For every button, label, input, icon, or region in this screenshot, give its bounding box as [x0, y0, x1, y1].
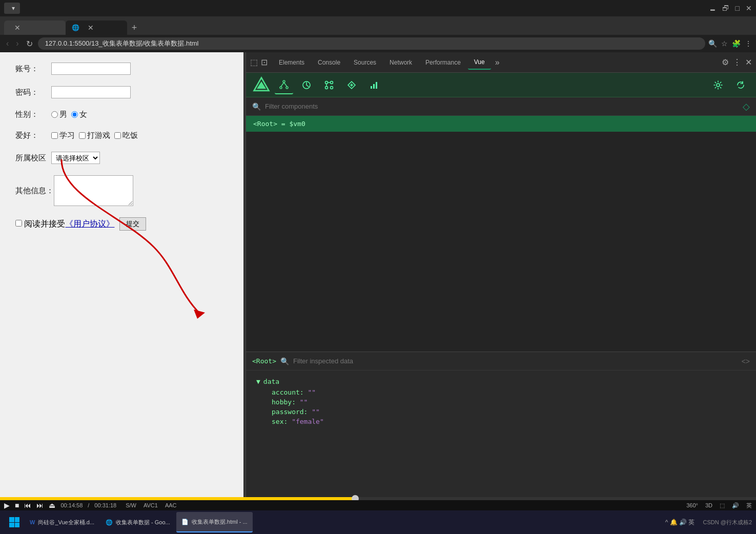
play-button[interactable]: ▶	[4, 501, 10, 509]
eject-button[interactable]: ⏏	[49, 501, 55, 509]
radio-male[interactable]	[51, 111, 58, 118]
stop-button[interactable]: ■	[15, 501, 19, 509]
account-input[interactable]	[51, 63, 131, 75]
agree-label[interactable]: 阅读并接受《用户协议》	[15, 219, 114, 230]
next-button[interactable]: ⏭	[36, 501, 44, 509]
main-container: 账号： 密码： 性别： 男 女 爱好： 学习 打游戏 吃饭 所属校区	[0, 52, 756, 500]
tab-form[interactable]: 🌐 ✕	[66, 20, 127, 35]
taskbar-chrome-label: 收集表单数据 - Goo...	[116, 519, 170, 526]
expand-arrow[interactable]: ▼	[256, 378, 260, 385]
more-tabs-icon[interactable]: »	[492, 58, 503, 67]
restore-icon[interactable]: 🗗	[722, 4, 729, 12]
filter-bar: 🔍 ◇	[246, 97, 756, 116]
close-devtools-icon[interactable]: ✕	[745, 57, 752, 67]
sys-icons: ^ 🔔 🔊 英	[665, 518, 695, 527]
new-tab-button[interactable]: +	[127, 20, 141, 35]
hobby-study-label[interactable]: 学习	[51, 131, 75, 140]
taskbar-item-editor[interactable]: 📄 收集表单数据.html - ...	[176, 512, 253, 532]
routing-button[interactable]	[342, 76, 361, 94]
prev-button[interactable]: ⏮	[24, 501, 31, 509]
minimize-icon[interactable]: 🗕	[709, 4, 716, 12]
devtools-panel: ⬚ ⊡ Elements Console Sources Network Per…	[246, 52, 756, 500]
app-title[interactable]: ▾	[4, 3, 20, 14]
forward-button[interactable]: ›	[14, 38, 21, 49]
hobby-game-label[interactable]: 打游戏	[79, 131, 110, 140]
svg-point-21	[717, 84, 720, 87]
taskbar-item-word[interactable]: W 尚硅谷_Vue全家桶.d...	[25, 512, 99, 532]
hobby-game[interactable]	[79, 132, 86, 139]
maximize-icon[interactable]: □	[735, 4, 740, 12]
extensions-icon[interactable]: 🧩	[732, 39, 741, 48]
search-icon[interactable]: 🔍	[708, 39, 717, 48]
filter-search-icon: 🔍	[252, 102, 261, 111]
root-component-item[interactable]: <Root> = $vm0	[246, 116, 756, 132]
tab-elements[interactable]: Elements	[273, 56, 311, 69]
radio-female-label[interactable]: 女	[71, 110, 87, 119]
agree-link[interactable]: 《用户协议》	[65, 219, 114, 228]
star-icon[interactable]: ☆	[721, 39, 728, 48]
address-input[interactable]	[38, 37, 705, 50]
sex-key: sex:	[272, 418, 292, 425]
tab-vue[interactable]: Vue	[468, 55, 491, 70]
back-button[interactable]: ‹	[4, 38, 11, 49]
reload-button[interactable]: ↻	[24, 38, 35, 50]
filter-data-input[interactable]	[293, 357, 738, 365]
component-tree-button[interactable]	[275, 76, 293, 94]
vue-logo	[252, 76, 271, 94]
component-tree[interactable]: <Root> = $vm0	[246, 116, 756, 352]
campus-label: 所属校区	[15, 153, 51, 163]
favicon-icon: 🌐	[72, 24, 79, 31]
data-section-header[interactable]: ▼ data	[256, 376, 746, 387]
agree-checkbox[interactable]	[15, 220, 22, 227]
code-brackets-icon[interactable]: <>	[742, 357, 750, 365]
filter-components-input[interactable]	[265, 102, 739, 110]
tab-console[interactable]: Console	[312, 56, 346, 69]
devtools-responsive-icon[interactable]: ⊡	[261, 57, 268, 67]
data-items: account: "" hobby: "" password: "" sex: …	[256, 387, 746, 426]
settings-icon[interactable]: ⚙	[722, 57, 729, 67]
more-options-icon[interactable]: ⋮	[733, 57, 741, 67]
root-vm: $vm0	[289, 120, 305, 128]
svg-point-10	[331, 81, 333, 84]
dropdown-icon[interactable]: ▾	[12, 5, 15, 12]
radio-female[interactable]	[71, 111, 78, 118]
campus-select[interactable]: 请选择校区	[51, 152, 100, 164]
close-icon[interactable]: ✕	[746, 4, 752, 12]
tab-newtab[interactable]: ✕	[4, 20, 66, 35]
tab-sources[interactable]: Sources	[348, 56, 382, 69]
vue-settings-button[interactable]	[709, 76, 727, 94]
tab-close-icon[interactable]: ✕	[88, 24, 94, 32]
hobby-eat-label[interactable]: 吃饭	[114, 131, 138, 140]
svg-rect-19	[373, 84, 375, 89]
vuex-button[interactable]	[320, 76, 338, 94]
submit-button[interactable]: 提交	[119, 217, 146, 231]
tab-performance[interactable]: Performance	[419, 56, 467, 69]
other-textarea[interactable]	[54, 175, 133, 206]
start-button[interactable]	[4, 512, 25, 532]
data-password: password: ""	[272, 407, 746, 417]
menu-icon[interactable]: ⋮	[745, 39, 752, 48]
password-input[interactable]	[51, 86, 131, 98]
taskbar-item-chrome[interactable]: 🌐 收集表单数据 - Goo...	[100, 512, 175, 532]
hobby-eat[interactable]	[114, 132, 121, 139]
password-label: 密码：	[15, 88, 51, 97]
tab-close-icon[interactable]: ✕	[14, 24, 21, 32]
data-account: account: ""	[272, 387, 746, 397]
crop-icon[interactable]: ⬚	[720, 502, 725, 509]
vue-refresh-button[interactable]	[731, 76, 750, 94]
sex-val: "female"	[292, 418, 324, 425]
devtools-inspect-icon[interactable]: ⬚	[250, 57, 258, 67]
tab-network[interactable]: Network	[383, 56, 418, 69]
root-tag: <Root>	[253, 120, 277, 128]
svg-rect-24	[9, 523, 14, 527]
radio-male-label[interactable]: 男	[51, 110, 67, 119]
title-bar: ▾ 🗕 🗗 □ ✕	[0, 0, 756, 16]
hobby-key: hobby:	[272, 398, 300, 406]
chart-button[interactable]	[365, 76, 383, 94]
volume-icon[interactable]: 🔊	[732, 502, 739, 509]
svg-line-6	[281, 83, 284, 87]
svg-rect-25	[15, 523, 19, 527]
history-button[interactable]	[297, 76, 316, 94]
root-assign: =	[281, 120, 290, 128]
hobby-study[interactable]	[51, 132, 58, 139]
